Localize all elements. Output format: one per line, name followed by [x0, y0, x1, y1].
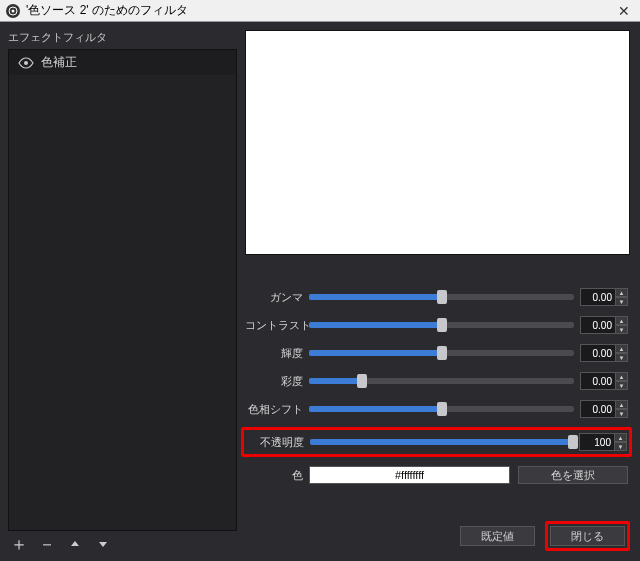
- gamma-label: ガンマ: [245, 290, 303, 305]
- pick-color-button[interactable]: 色を選択: [518, 466, 628, 484]
- brightness-spinbox[interactable]: 0.00▲▼: [580, 344, 628, 362]
- close-button[interactable]: 閉じる: [550, 526, 625, 546]
- controls: ガンマ 0.00▲▼ コントラスト 0.00▲▼ 輝度 0.00▲▼ 彩度 0.…: [245, 287, 630, 485]
- svg-point-1: [12, 9, 15, 12]
- brightness-label: 輝度: [245, 346, 303, 361]
- saturation-spinbox[interactable]: 0.00▲▼: [580, 372, 628, 390]
- saturation-label: 彩度: [245, 374, 303, 389]
- contrast-label: コントラスト: [245, 318, 303, 333]
- visibility-icon[interactable]: [17, 56, 35, 70]
- chevron-down-icon[interactable]: ▼: [616, 325, 628, 334]
- close-icon[interactable]: ✕: [614, 3, 634, 19]
- hue-row: 色相シフト 0.00▲▼: [245, 399, 628, 419]
- chevron-up-icon[interactable]: ▲: [616, 400, 628, 409]
- window-title: '色ソース 2' のためのフィルタ: [26, 2, 614, 19]
- filter-list: 色補正: [8, 49, 237, 531]
- move-up-button[interactable]: [66, 535, 84, 553]
- hue-spinbox[interactable]: 0.00▲▼: [580, 400, 628, 418]
- gamma-row: ガンマ 0.00▲▼: [245, 287, 628, 307]
- contrast-slider[interactable]: [309, 322, 574, 328]
- chevron-up-icon[interactable]: ▲: [615, 433, 627, 442]
- bottom-buttons: 既定値 閉じる: [245, 515, 630, 553]
- remove-filter-button[interactable]: －: [38, 535, 56, 553]
- opacity-label: 不透明度: [246, 435, 304, 450]
- defaults-button[interactable]: 既定値: [460, 526, 535, 546]
- saturation-slider[interactable]: [309, 378, 574, 384]
- chevron-up-icon[interactable]: ▲: [616, 288, 628, 297]
- spacer: [245, 485, 630, 515]
- filter-item-label: 色補正: [41, 54, 77, 71]
- hue-slider[interactable]: [309, 406, 574, 412]
- app-icon: [6, 4, 20, 18]
- chevron-up-icon[interactable]: ▲: [616, 316, 628, 325]
- brightness-row: 輝度 0.00▲▼: [245, 343, 628, 363]
- hue-label: 色相シフト: [245, 402, 303, 417]
- chevron-down-icon[interactable]: ▼: [616, 381, 628, 390]
- contrast-row: コントラスト 0.00▲▼: [245, 315, 628, 335]
- svg-point-2: [24, 61, 28, 65]
- close-highlight: 閉じる: [545, 521, 630, 551]
- color-row: 色 #ffffffff 色を選択: [245, 465, 628, 485]
- titlebar: '色ソース 2' のためのフィルタ ✕: [0, 0, 640, 22]
- filter-tools: ＋ －: [8, 531, 237, 553]
- color-label: 色: [245, 468, 303, 483]
- color-swatch[interactable]: #ffffffff: [309, 466, 510, 484]
- preview-area: [245, 30, 630, 255]
- opacity-highlight: 不透明度 100▲▼: [241, 427, 632, 457]
- content: エフェクトフィルタ 色補正 ＋ － ガンマ 0.00▲▼: [0, 22, 640, 561]
- add-filter-button[interactable]: ＋: [10, 535, 28, 553]
- chevron-down-icon[interactable]: ▼: [615, 442, 627, 451]
- effect-filter-header: エフェクトフィルタ: [8, 30, 237, 45]
- chevron-up-icon[interactable]: ▲: [616, 372, 628, 381]
- brightness-slider[interactable]: [309, 350, 574, 356]
- contrast-spinbox[interactable]: 0.00▲▼: [580, 316, 628, 334]
- chevron-down-icon[interactable]: ▼: [616, 353, 628, 362]
- opacity-row: 不透明度 100▲▼: [246, 432, 627, 452]
- chevron-up-icon[interactable]: ▲: [616, 344, 628, 353]
- left-panel: エフェクトフィルタ 色補正 ＋ －: [0, 22, 245, 561]
- chevron-down-icon[interactable]: ▼: [616, 409, 628, 418]
- move-down-button[interactable]: [94, 535, 112, 553]
- gamma-spinbox[interactable]: 0.00▲▼: [580, 288, 628, 306]
- saturation-row: 彩度 0.00▲▼: [245, 371, 628, 391]
- filter-item-color-correction[interactable]: 色補正: [9, 50, 236, 75]
- chevron-down-icon[interactable]: ▼: [616, 297, 628, 306]
- right-panel: ガンマ 0.00▲▼ コントラスト 0.00▲▼ 輝度 0.00▲▼ 彩度 0.…: [245, 22, 640, 561]
- opacity-spinbox[interactable]: 100▲▼: [579, 433, 627, 451]
- opacity-slider[interactable]: [310, 439, 573, 445]
- gamma-slider[interactable]: [309, 294, 574, 300]
